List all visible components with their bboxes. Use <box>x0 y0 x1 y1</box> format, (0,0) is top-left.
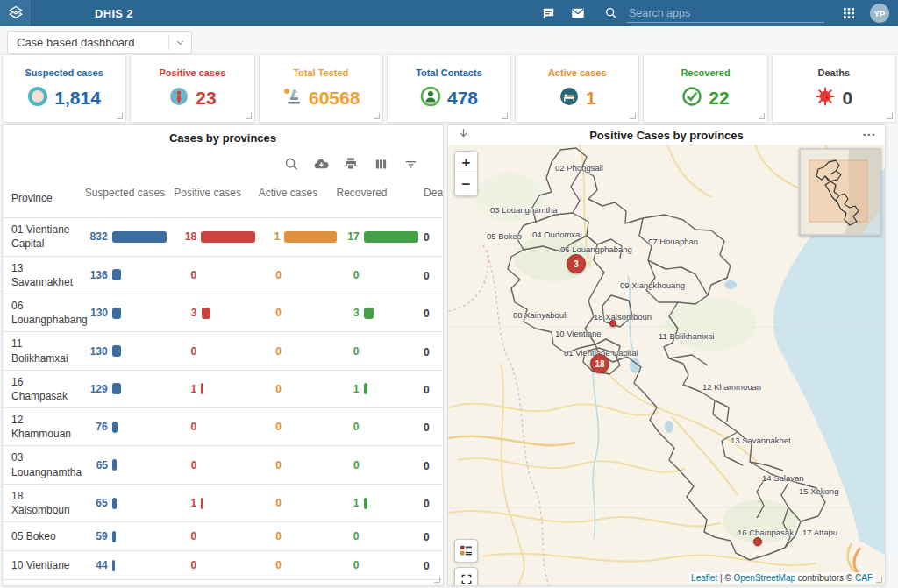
card-title: Suspected cases <box>25 67 103 78</box>
province-cell: 13 Savannakhet <box>11 257 85 294</box>
card-value: 0 <box>842 88 852 109</box>
view-columns-icon[interactable] <box>372 155 389 173</box>
user-avatar[interactable]: YP <box>870 4 889 23</box>
province-map-label: 17 Attapu <box>802 528 837 537</box>
positive-cell: 18 <box>174 230 259 243</box>
resize-handle[interactable] <box>630 113 636 119</box>
province-map-label: 08 Xainyabouli <box>513 310 567 320</box>
recovered-bar <box>364 308 374 319</box>
recovered-cell: 1 <box>337 497 424 509</box>
col-suspected[interactable]: Suspected cases <box>85 187 175 209</box>
province-map-label: 13 Savannakhet <box>731 436 791 445</box>
resize-handle[interactable] <box>876 577 882 583</box>
positive-cell: 0 <box>174 269 259 281</box>
filter-icon[interactable] <box>402 155 419 173</box>
province-map-label: 03 Louangnamtha <box>490 205 558 215</box>
deaths-cell: 0 <box>424 457 443 473</box>
table-title: Cases by provinces <box>3 125 443 145</box>
resize-handle[interactable] <box>117 113 123 119</box>
map-more-icon[interactable]: ... <box>862 124 876 138</box>
resize-handle[interactable] <box>374 113 380 119</box>
province-cell: 18 Xaisomboun <box>11 485 85 521</box>
province-map-label: 12 Khammouan <box>702 382 761 392</box>
osm-link[interactable]: OpenStreetMap <box>733 573 795 583</box>
province-map-label: 10 Vientiane <box>555 329 602 338</box>
suspected-cell: 65 <box>85 497 175 509</box>
card-recovered: Recovered 22 <box>643 54 767 123</box>
case-count-marker[interactable]: 3 <box>567 254 586 273</box>
card-value: 478 <box>447 88 478 109</box>
resize-handle[interactable] <box>887 113 893 119</box>
card-suspected-cases: Suspected cases 1,814 <box>2 54 126 123</box>
suspected-bar <box>112 498 117 509</box>
col-positive[interactable]: Positive cases <box>174 187 259 209</box>
province-map-label: 06 Louangphabang <box>560 244 632 254</box>
leaflet-link[interactable]: Leaflet <box>691 573 717 583</box>
case-count-marker[interactable] <box>753 537 762 546</box>
positive-person-icon <box>168 86 189 110</box>
search-apps-input[interactable] <box>627 4 824 23</box>
resize-handle[interactable] <box>434 577 440 583</box>
caf-link[interactable]: CAF <box>855 573 873 583</box>
positive-cell: 0 <box>174 345 259 358</box>
zoom-in-button[interactable]: + <box>455 152 477 174</box>
active-cell: 0 <box>259 459 337 471</box>
resize-handle[interactable] <box>502 113 508 119</box>
fullscreen-button[interactable] <box>454 567 478 585</box>
suspected-cell: 130 <box>85 307 175 319</box>
col-province[interactable]: Province <box>11 187 85 209</box>
province-cell: 16 Champasak <box>11 371 85 407</box>
case-count-marker[interactable]: 18 <box>590 354 609 373</box>
card-total-contacts: Total Contacts 478 <box>387 54 511 123</box>
suspected-bar <box>112 531 116 542</box>
zoom-out-button[interactable]: − <box>455 174 477 195</box>
dashboard-selector-bar: Case based dashboard <box>0 26 898 54</box>
card-deaths: Deaths 0 <box>772 54 896 123</box>
deaths-cell: 0 <box>424 267 443 283</box>
legend-button[interactable] <box>454 539 478 563</box>
table-body: 01 Vientiane Capital83218117013 Savannak… <box>3 217 443 588</box>
map-zoom-control: + − <box>454 151 478 196</box>
table-header-row: Province Suspected cases Positive cases … <box>3 180 443 217</box>
print-icon[interactable] <box>342 155 360 173</box>
interpretations-icon[interactable] <box>539 4 557 22</box>
case-count-marker[interactable] <box>609 320 616 327</box>
recovered-cell: 0 <box>337 345 424 358</box>
map-canvas[interactable]: 02 Phongsali03 Louangnamtha05 Bokeo04 Ou… <box>448 145 885 585</box>
positive-bar <box>201 498 203 509</box>
resize-handle[interactable] <box>759 113 765 119</box>
dashboard-select[interactable]: Case based dashboard <box>7 31 192 54</box>
col-deaths[interactable]: Deaths <box>424 187 443 209</box>
overview-inset-map[interactable] <box>799 148 881 236</box>
positive-cell: 3 <box>175 307 260 319</box>
table-row: 18 Xaisomboun651010 <box>3 484 443 521</box>
table-search-icon[interactable] <box>282 155 300 173</box>
messages-icon[interactable] <box>569 4 587 22</box>
recovered-cell: 3 <box>337 307 424 319</box>
province-cell: 11 Bolikhamxai <box>11 332 85 369</box>
deaths-cell: 0 <box>424 557 443 573</box>
card-title: Deaths <box>817 67 850 78</box>
card-value: 22 <box>709 88 729 109</box>
map-download-icon[interactable] <box>457 127 470 144</box>
province-map-label: 07 Houaphan <box>648 237 698 246</box>
recovered-bar <box>364 383 367 394</box>
col-recovered[interactable]: Recovered <box>337 187 424 209</box>
resize-handle[interactable] <box>246 113 252 119</box>
cases-table-panel: Cases by provinces Province Suspected ca… <box>2 124 444 586</box>
table-row: 08 Xainyabouli380000 <box>3 579 443 588</box>
dhis2-logo[interactable] <box>0 0 32 26</box>
active-cell: 1 <box>259 230 337 243</box>
suspected-bar <box>112 308 121 319</box>
suspected-cell: 44 <box>85 559 175 571</box>
province-cell: 12 Khammouan <box>11 408 85 445</box>
download-cloud-icon[interactable] <box>312 155 330 173</box>
active-cell: 0 <box>259 497 337 509</box>
apps-menu-icon[interactable] <box>840 4 858 22</box>
check-circle-icon <box>681 86 702 110</box>
card-total-tested: Total Tested 60568 <box>259 54 383 123</box>
positive-cell: 1 <box>174 497 259 509</box>
province-map-label: 09 Xiangkhouang <box>620 280 685 290</box>
col-active[interactable]: Active cases <box>259 187 337 209</box>
province-cell: 08 Xainyabouli <box>11 583 85 588</box>
